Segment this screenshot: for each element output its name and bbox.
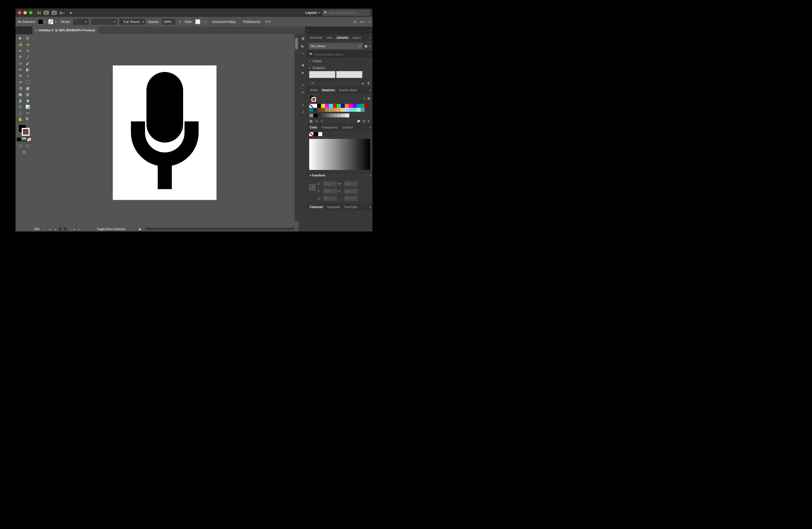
status-expand-icon[interactable]: ▶ — [139, 228, 141, 231]
color-spectrum-ramp[interactable] — [309, 139, 370, 170]
adobe-stock-search[interactable]: 🔍 — [322, 10, 370, 16]
swatch[interactable] — [321, 104, 325, 108]
swatch[interactable] — [318, 113, 322, 117]
reference-point-selector[interactable] — [309, 184, 316, 190]
swatch[interactable] — [353, 108, 357, 112]
shape-builder-tool[interactable]: ◔ — [17, 85, 24, 91]
symbols-panel-icon[interactable]: ✱ — [300, 63, 305, 68]
mesh-tool[interactable]: ▩ — [17, 91, 24, 97]
library-list-view-icon[interactable]: ≡ — [369, 44, 371, 48]
curvature-tool[interactable]: ✎ — [24, 48, 31, 54]
color-black-swatch[interactable] — [314, 132, 318, 136]
scrollbar-thumb[interactable] — [295, 38, 298, 49]
direct-selection-tool[interactable] — [24, 35, 31, 42]
swatch[interactable] — [317, 104, 321, 108]
graphic-style-swatch[interactable] — [195, 19, 200, 24]
style-dropdown[interactable]: ▾ — [203, 20, 207, 24]
tab-stroke[interactable]: Stroke — [308, 87, 320, 93]
swatch[interactable] — [309, 104, 313, 108]
tab-links[interactable]: Links — [324, 35, 334, 40]
swatches-panel-menu-icon[interactable]: ≡ — [369, 88, 371, 92]
type-panel-menu-icon[interactable]: ≡ — [369, 205, 371, 209]
swatch[interactable] — [333, 108, 337, 112]
swatch[interactable] — [364, 104, 368, 108]
swatches-fill-stroke-indicator[interactable] — [309, 95, 316, 102]
shaper-tool[interactable]: ✏ — [17, 66, 24, 73]
close-window-button[interactable] — [18, 11, 21, 14]
library-search[interactable]: 🔍 ▾ — [307, 51, 373, 58]
stroke-swatch[interactable] — [48, 19, 53, 24]
library-search-input[interactable] — [315, 53, 367, 56]
pen-tool[interactable]: ✒ — [17, 48, 24, 54]
close-tab-icon[interactable]: × — [35, 29, 37, 32]
swatch[interactable] — [353, 104, 357, 108]
library-section-graphics[interactable]: Graphics — [307, 65, 373, 71]
swatches-grid-view-icon[interactable]: ▦ — [367, 97, 370, 100]
width-tool[interactable]: ⇔ — [17, 79, 24, 85]
y-input[interactable]: 0 pt — [323, 189, 337, 194]
canvas-viewport[interactable] — [32, 34, 299, 226]
delete-swatch-icon[interactable]: 🗑 — [367, 119, 370, 123]
slice-tool[interactable]: ✂ — [24, 110, 31, 116]
tab-swatches[interactable]: Swatches — [320, 87, 337, 93]
artboard-tool[interactable]: ⎕ — [17, 110, 24, 116]
artboard-nav-next-icon[interactable]: ▶ — [73, 228, 76, 231]
asset-export-panel-icon[interactable]: ◣ — [300, 43, 305, 48]
swatch-kinds-icon[interactable]: ⊞ — [316, 119, 318, 123]
cloud-sync-icon[interactable]: ☁ — [361, 81, 364, 85]
tab-layers[interactable]: Layers — [351, 35, 363, 40]
swatch[interactable] — [309, 108, 313, 112]
swatch[interactable] — [337, 113, 342, 117]
draw-behind-mode[interactable]: ◻ — [24, 143, 31, 149]
tab-color[interactable]: Color — [308, 125, 319, 130]
tab-opentype[interactable]: OpenType — [342, 204, 359, 210]
scale-tool[interactable]: ⤢ — [24, 73, 31, 79]
library-search-dropdown-icon[interactable]: ▾ — [369, 53, 370, 56]
tab-gradient[interactable]: Gradient — [340, 125, 354, 130]
character-panel-icon[interactable]: A — [300, 83, 305, 87]
swatch[interactable] — [329, 104, 333, 108]
tab-transparency[interactable]: Transparency — [319, 125, 340, 130]
color-mode-none[interactable] — [27, 138, 31, 141]
vertical-scrollbar[interactable] — [294, 34, 299, 221]
swatch[interactable] — [341, 108, 345, 112]
swatch[interactable] — [345, 113, 349, 117]
artboard-nav-prev-icon[interactable]: ◀ — [54, 228, 56, 231]
document-setup-button[interactable]: Document Setup — [210, 19, 238, 25]
lasso-tool[interactable]: ⟲ — [24, 42, 31, 48]
swatch[interactable] — [342, 113, 345, 117]
h-input[interactable]: 0 pt — [344, 189, 358, 194]
maximize-window-button[interactable] — [29, 11, 32, 14]
artboard-nav-first-icon[interactable]: ⏮ — [49, 228, 52, 231]
new-color-group-icon[interactable]: 📁 — [357, 119, 360, 123]
tab-transform[interactable]: Transform — [308, 173, 369, 178]
symbol-sprayer-tool[interactable]: ⠿ — [17, 104, 24, 110]
draw-normal-mode[interactable]: ◻ — [17, 143, 24, 149]
preferences-button[interactable]: Preferences — [241, 19, 263, 25]
tab-libraries[interactable]: Libraries — [335, 35, 350, 40]
swatch[interactable] — [345, 104, 349, 108]
toolbox-collapse-handle[interactable]: ‹‹ — [15, 27, 32, 34]
swatch[interactable] — [337, 104, 341, 108]
variable-width-profile[interactable]: ▾ — [91, 19, 117, 25]
panels-collapse-handle[interactable]: ‹‹›› — [305, 27, 373, 34]
artboard-nav-last-icon[interactable]: ⏭ — [78, 228, 81, 231]
swatch-libraries-icon[interactable]: 📚 — [309, 119, 313, 123]
color-mode-solid[interactable] — [17, 138, 21, 141]
shear-input[interactable]: 0° — [344, 196, 358, 201]
bridge-button[interactable]: Br — [44, 11, 49, 15]
opacity-dropdown[interactable]: ❯ — [178, 20, 182, 24]
add-content-icon[interactable]: ＋▾ — [309, 81, 314, 85]
minimize-window-button[interactable] — [24, 11, 27, 14]
swatch[interactable] — [313, 104, 317, 108]
swatch[interactable] — [329, 108, 333, 112]
eraser-tool[interactable]: ◧ — [24, 66, 31, 73]
artboard-number[interactable]: 1 — [58, 227, 67, 231]
swatch[interactable] — [357, 108, 361, 112]
delete-icon[interactable]: 🗑 — [367, 81, 370, 85]
library-dropdown[interactable]: My Library▾ — [309, 43, 363, 49]
stroke-weight-input[interactable]: ⌃▾ — [73, 19, 89, 25]
color-white-swatch[interactable] — [318, 132, 322, 136]
rotate-tool[interactable]: ⟳ — [17, 73, 24, 79]
align-to-icon[interactable]: ⊟ — [353, 20, 356, 24]
